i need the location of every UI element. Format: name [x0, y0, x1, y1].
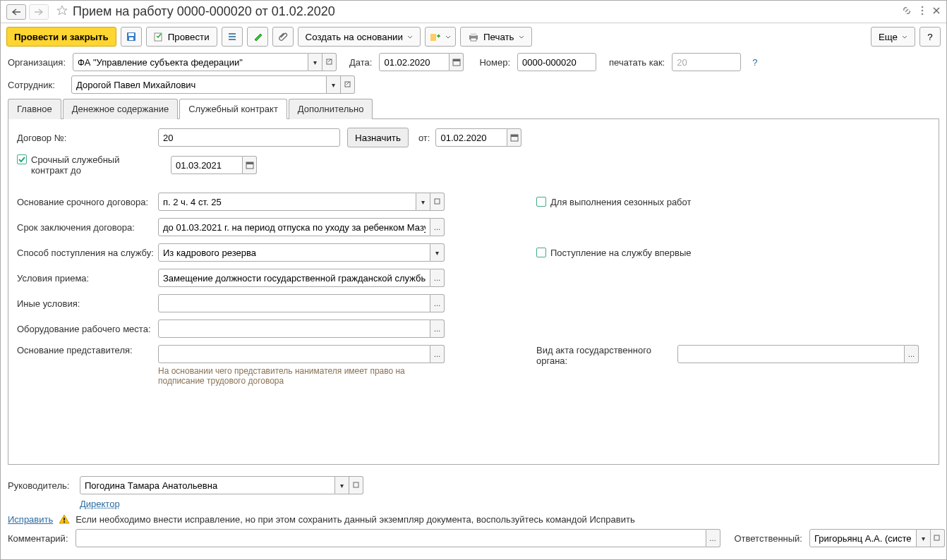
- organization-input[interactable]: [73, 53, 308, 71]
- responsible-open-button[interactable]: [931, 529, 945, 547]
- link-icon[interactable]: [901, 5, 912, 18]
- conditions-ellipsis-button[interactable]: …: [430, 269, 445, 287]
- save-button[interactable]: [121, 27, 142, 47]
- assign-button[interactable]: Назначить: [347, 128, 409, 147]
- print-button[interactable]: Печать: [460, 27, 532, 47]
- equipment-input[interactable]: [158, 319, 430, 338]
- checkmark-icon: [18, 155, 26, 164]
- svg-rect-7: [229, 33, 236, 35]
- save-icon: [126, 31, 137, 42]
- arrow-left-icon: [11, 8, 21, 16]
- tab-contract[interactable]: Служебный контракт: [179, 99, 287, 119]
- organization-dropdown-button[interactable]: ▾: [308, 53, 322, 71]
- other-conditions-input[interactable]: [158, 294, 430, 312]
- svg-rect-21: [246, 162, 253, 164]
- help-button[interactable]: ?: [919, 27, 941, 47]
- employee-open-button[interactable]: [341, 75, 355, 94]
- highlight-button[interactable]: [247, 27, 268, 47]
- tab-main[interactable]: Главное: [8, 99, 61, 119]
- svg-rect-22: [435, 199, 440, 204]
- date-input[interactable]: [379, 53, 450, 71]
- post-button[interactable]: Провести: [146, 27, 217, 47]
- attachment-button[interactable]: [272, 27, 294, 47]
- urgent-contract-checkbox[interactable]: [17, 154, 27, 164]
- post-icon: [154, 32, 164, 42]
- equipment-label: Оборудование рабочего места:: [17, 324, 158, 334]
- svg-rect-5: [129, 37, 133, 40]
- urgent-till-input[interactable]: [171, 156, 243, 174]
- method-input[interactable]: [158, 243, 430, 262]
- structure-button[interactable]: [222, 27, 243, 47]
- manager-position-link[interactable]: Директор: [80, 499, 120, 509]
- more-button[interactable]: Еще: [871, 27, 915, 47]
- manager-dropdown-button[interactable]: ▾: [335, 476, 349, 494]
- open-icon: [344, 81, 351, 88]
- manager-open-button[interactable]: [349, 476, 363, 494]
- equipment-ellipsis-button[interactable]: …: [430, 319, 445, 338]
- other-conditions-ellipsis-button[interactable]: …: [430, 294, 445, 312]
- conditions-input[interactable]: [158, 269, 430, 287]
- calendar-icon: [452, 58, 461, 66]
- svg-rect-17: [345, 82, 350, 87]
- rep-basis-label: Основание представителя:: [17, 345, 158, 355]
- chevron-down-icon: [902, 35, 907, 39]
- date-picker-button[interactable]: [450, 53, 464, 71]
- term-ellipsis-button[interactable]: …: [430, 218, 445, 236]
- first-time-label: Поступление на службу впервые: [550, 248, 692, 258]
- comment-input[interactable]: [76, 529, 706, 547]
- rep-basis-ellipsis-button[interactable]: …: [430, 345, 445, 363]
- responsible-input[interactable]: [809, 529, 917, 547]
- urgent-till-picker-button[interactable]: [243, 156, 257, 174]
- svg-point-1: [922, 10, 924, 12]
- contract-from-input[interactable]: [435, 128, 507, 147]
- basis-dropdown-button[interactable]: ▾: [416, 193, 430, 211]
- method-label: Способ поступления на службу:: [17, 248, 158, 258]
- responsible-dropdown-button[interactable]: ▾: [917, 529, 931, 547]
- print-as-input[interactable]: [672, 53, 741, 71]
- print-as-help-icon[interactable]: ?: [752, 57, 757, 68]
- create-based-on-button[interactable]: Создать на основании: [298, 27, 421, 47]
- term-input[interactable]: [158, 218, 430, 236]
- method-dropdown-button[interactable]: ▾: [430, 243, 445, 262]
- employee-input[interactable]: [71, 75, 327, 94]
- close-window-icon[interactable]: [932, 6, 941, 17]
- favorite-star-icon[interactable]: [56, 4, 68, 19]
- responsible-label: Ответственный:: [735, 533, 802, 544]
- basis-input[interactable]: [158, 193, 416, 211]
- more-menu-icon[interactable]: [921, 5, 924, 18]
- number-input[interactable]: [517, 53, 596, 71]
- organization-open-button[interactable]: [322, 53, 337, 71]
- svg-point-2: [922, 13, 924, 16]
- nav-back-button[interactable]: [6, 4, 26, 20]
- svg-rect-9: [229, 39, 236, 40]
- basis-open-button[interactable]: [430, 193, 445, 211]
- tab-extra[interactable]: Дополнительно: [289, 99, 373, 119]
- manager-input[interactable]: [80, 476, 335, 494]
- act-type-input[interactable]: [677, 345, 905, 363]
- calendar-icon: [510, 133, 519, 142]
- tab-salary[interactable]: Денежное содержание: [63, 99, 178, 119]
- rep-basis-input[interactable]: [158, 345, 430, 363]
- comment-ellipsis-button[interactable]: …: [706, 529, 720, 547]
- contract-from-picker-button[interactable]: [507, 128, 521, 147]
- post-and-close-button[interactable]: Провести и закрыть: [6, 27, 116, 47]
- act-type-label: Вид акта государственного органа:: [536, 345, 677, 366]
- other-conditions-label: Иные условия:: [17, 298, 158, 309]
- open-icon: [934, 535, 941, 542]
- urgent-contract-label: Срочный служебный контракт до: [31, 154, 151, 176]
- act-type-ellipsis-button[interactable]: …: [905, 345, 919, 363]
- window-title: Прием на работу 0000-000020 от 01.02.202…: [73, 4, 901, 19]
- export-button[interactable]: [425, 27, 456, 47]
- svg-rect-14: [327, 59, 332, 64]
- marker-icon: [253, 32, 263, 42]
- nav-forward-button[interactable]: [29, 4, 49, 20]
- contract-number-input[interactable]: [158, 128, 340, 147]
- fix-link[interactable]: Исправить: [8, 514, 53, 525]
- seasonal-checkbox[interactable]: [536, 197, 546, 207]
- first-time-checkbox[interactable]: [536, 248, 546, 257]
- paperclip-icon: [278, 32, 288, 42]
- open-icon: [326, 59, 333, 66]
- employee-dropdown-button[interactable]: ▾: [327, 75, 341, 94]
- printer-icon: [468, 32, 479, 42]
- fix-hint: Если необходимо внести исправление, но п…: [76, 514, 634, 525]
